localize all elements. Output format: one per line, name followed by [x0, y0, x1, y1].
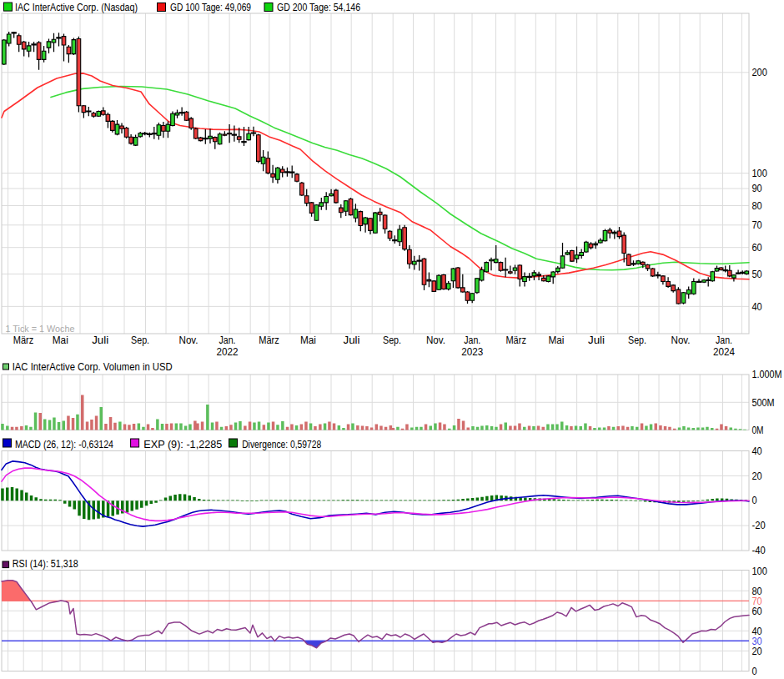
svg-text:Jan.: Jan. — [464, 334, 480, 346]
svg-text:20: 20 — [752, 646, 762, 657]
svg-text:Jan.: Jan. — [716, 334, 732, 346]
svg-text:40: 40 — [752, 301, 762, 313]
svg-text:GD 200 Tage: 54,146: GD 200 Tage: 54,146 — [277, 1, 360, 13]
svg-text:Divergence: 0,59728: Divergence: 0,59728 — [242, 438, 321, 450]
svg-text:500M: 500M — [752, 397, 775, 409]
svg-text:60: 60 — [752, 606, 762, 617]
svg-text:IAC InterActive Corp. (Nasdaq): IAC InterActive Corp. (Nasdaq) — [15, 1, 138, 13]
svg-text:2022: 2022 — [217, 346, 239, 358]
svg-text:Jan.: Jan. — [219, 334, 236, 346]
svg-text:Juli: Juli — [588, 334, 605, 346]
svg-text:Sep.: Sep. — [628, 334, 646, 346]
svg-text:GD 100 Tage: 49,069: GD 100 Tage: 49,069 — [170, 1, 251, 13]
svg-text:1 Tick = 1 Woche: 1 Tick = 1 Woche — [6, 324, 75, 334]
svg-text:EXP (9): -1,2285: EXP (9): -1,2285 — [143, 438, 222, 450]
svg-text:Mai: Mai — [300, 334, 316, 346]
svg-text:60: 60 — [752, 242, 762, 254]
svg-text:-20: -20 — [752, 520, 766, 531]
svg-text:50: 50 — [752, 269, 762, 280]
svg-text:IAC InterActive Corp. Volumen: IAC InterActive Corp. Volumen in USD — [13, 361, 173, 373]
svg-text:Juli: Juli — [344, 334, 360, 346]
svg-text:40: 40 — [752, 445, 762, 457]
svg-text:0: 0 — [752, 495, 757, 506]
svg-text:Mai: Mai — [549, 334, 565, 346]
svg-text:0: 0 — [752, 666, 757, 677]
svg-text:2024: 2024 — [713, 346, 735, 358]
svg-text:März: März — [13, 334, 34, 346]
svg-text:0M: 0M — [752, 425, 764, 436]
svg-text:2023: 2023 — [461, 346, 483, 358]
svg-text:Nov.: Nov. — [671, 334, 691, 346]
svg-text:20: 20 — [752, 470, 762, 482]
svg-text:Sep.: Sep. — [383, 334, 401, 346]
svg-text:100: 100 — [752, 168, 768, 179]
svg-text:Nov.: Nov. — [426, 334, 445, 346]
svg-text:200: 200 — [752, 67, 768, 78]
svg-text:MACD (26, 12): -0,63124: MACD (26, 12): -0,63124 — [15, 438, 113, 450]
svg-text:70: 70 — [752, 219, 762, 231]
svg-text:-40: -40 — [752, 545, 766, 556]
svg-text:März: März — [259, 334, 279, 346]
svg-text:Nov.: Nov. — [179, 334, 199, 346]
svg-text:RSI (14): 51,318: RSI (14): 51,318 — [13, 558, 78, 570]
svg-text:90: 90 — [752, 183, 762, 194]
svg-text:Sep.: Sep. — [131, 334, 149, 346]
svg-text:1.000M: 1.000M — [752, 369, 782, 380]
svg-text:Juli: Juli — [92, 334, 108, 346]
svg-text:März: März — [505, 334, 526, 346]
svg-text:Mai: Mai — [53, 334, 68, 346]
svg-text:80: 80 — [752, 200, 762, 212]
svg-text:100: 100 — [752, 566, 768, 577]
